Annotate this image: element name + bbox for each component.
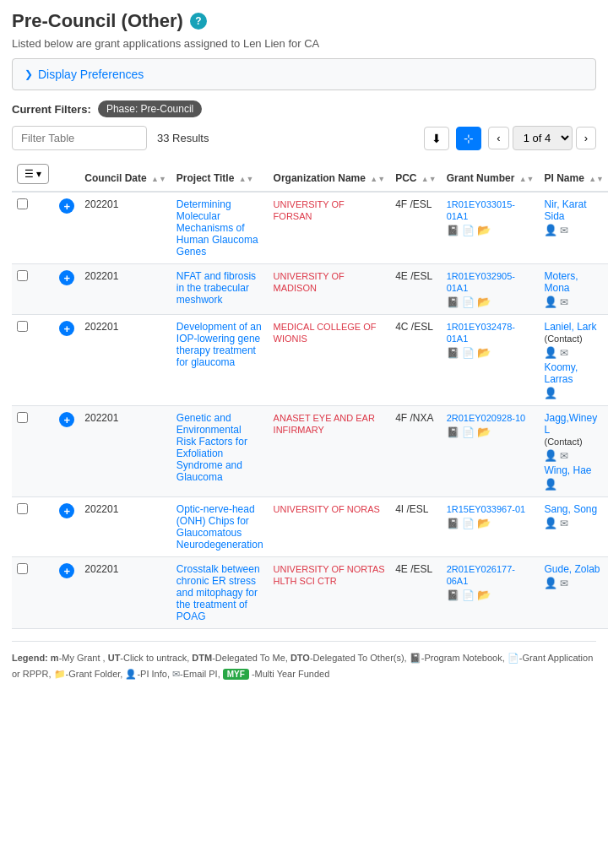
grant-number-link[interactable]: 2R01EY026177-06A1	[447, 564, 515, 586]
page-container: Pre-Council (Other) ? Listed below are g…	[0, 0, 608, 692]
email-icon[interactable]: ✉	[560, 296, 568, 308]
display-prefs-toggle[interactable]: ❯ Display Preferences	[12, 58, 596, 90]
person-icon[interactable]: 👤	[544, 449, 557, 462]
filter-input[interactable]	[12, 126, 147, 150]
prev-page-button[interactable]: ‹	[488, 127, 508, 149]
row-checkbox[interactable]	[17, 321, 28, 332]
grant-number-link[interactable]: 1R01EY032905-01A1	[447, 271, 515, 293]
org-name-text: UNIVERSITY OF MADISON	[274, 271, 345, 293]
row-pi-name: Sang, Song 👤 ✉	[539, 497, 608, 557]
grid-view-button[interactable]: ⊹	[456, 127, 481, 150]
row-grant-number: 1R01EY032478-01A1 📓 📄 📂	[442, 315, 540, 406]
pdf-icon[interactable]: 📄	[462, 589, 475, 601]
person-icon[interactable]: 👤	[544, 577, 557, 589]
legend-person-icon: 👤	[125, 669, 137, 679]
project-title-link[interactable]: Crosstalk between chronic ER stress and …	[176, 563, 260, 622]
col-header-check: ☰ ▾	[12, 157, 54, 192]
person2-icon[interactable]: 👤	[544, 387, 557, 399]
row-expand-button[interactable]: +	[59, 198, 74, 214]
row-expand-button[interactable]: +	[59, 270, 74, 285]
notebook-icon[interactable]: 📓	[447, 589, 459, 601]
row-pi-name: Jagg,Winey L(Contact) 👤 ✉ Wing, Hae 👤	[539, 406, 608, 497]
row-checkbox[interactable]	[17, 563, 28, 574]
legend-label: Legend:	[12, 653, 48, 663]
row-expand-button[interactable]: +	[59, 503, 74, 518]
row-expand-button[interactable]: +	[59, 321, 74, 336]
notebook-icon[interactable]: 📓	[447, 518, 459, 529]
filter-badge[interactable]: Phase: Pre-Council	[98, 100, 202, 117]
grant-number-link[interactable]: 1R01EY033015-01A1	[447, 199, 515, 221]
row-org-name: ANASET EYE AND EAR INFIRMARY	[269, 406, 391, 497]
notebook-icon[interactable]: 📓	[447, 296, 459, 308]
email-icon[interactable]: ✉	[560, 450, 568, 462]
person-icon[interactable]: 👤	[544, 296, 557, 308]
filters-label: Current Filters:	[12, 103, 91, 116]
pi-name-link[interactable]: Gude, Zolab	[544, 563, 600, 575]
table-controls: 33 Results ⬇ ⊹ ‹ 1 of 4 2 of 4 3 of 4 4 …	[12, 126, 596, 150]
org-name-text: UNIVERSITY OF NORTAS HLTH SCI CTR	[274, 564, 385, 586]
project-title-link[interactable]: Development of an IOP-lowering gene ther…	[176, 321, 262, 368]
pdf-icon[interactable]: 📄	[462, 426, 475, 438]
person-icon[interactable]: 👤	[544, 517, 557, 529]
row-checkbox[interactable]	[17, 503, 28, 514]
notebook-icon[interactable]: 📓	[447, 426, 459, 438]
row-org-name: UNIVERSITY OF NORAS	[269, 497, 391, 557]
folder-icon[interactable]: 📂	[477, 517, 491, 529]
results-count: 33 Results	[157, 132, 209, 144]
row-checkbox[interactable]	[17, 412, 28, 423]
page-select[interactable]: 1 of 4 2 of 4 3 of 4 4 of 4	[513, 126, 573, 150]
col-header-org: Organization Name ▲▼	[269, 157, 391, 192]
notebook-icon[interactable]: 📓	[447, 347, 459, 359]
pdf-icon[interactable]: 📄	[462, 225, 475, 236]
row-pcc: 4C /ESL	[390, 315, 442, 406]
pi-name-link[interactable]: Laniel, Lark	[544, 321, 596, 333]
grant-icons: 📓 📄 📂	[447, 296, 535, 308]
email-icon[interactable]: ✉	[560, 347, 568, 359]
row-checkbox[interactable]	[17, 270, 28, 281]
project-title-link[interactable]: NFAT and fibrosis in the trabecular mesh…	[176, 270, 256, 306]
legend: Legend: m-My Grant , UT-Click to untrack…	[12, 641, 596, 681]
row-org-name: UNIVERSITY OF MADISON	[269, 264, 391, 315]
legend-ut: UT	[108, 653, 121, 663]
project-title-link[interactable]: Genetic and Environmental Risk Factors f…	[176, 412, 247, 483]
email-icon[interactable]: ✉	[560, 578, 568, 589]
pi-name-link[interactable]: Sang, Song	[544, 503, 597, 515]
legend-folder-icon: 📁	[54, 669, 66, 679]
download-button[interactable]: ⬇	[424, 127, 449, 150]
row-expand-button[interactable]: +	[59, 412, 74, 427]
folder-icon[interactable]: 📂	[477, 346, 491, 359]
project-title-link[interactable]: Optic-nerve-head (ONH) Chips for Glaucom…	[176, 503, 263, 551]
person-icon[interactable]: 👤	[544, 346, 557, 359]
row-expand-button[interactable]: +	[59, 563, 74, 578]
row-checkbox[interactable]	[17, 198, 28, 209]
pi-name-link[interactable]: Nir, Karat Sida	[544, 198, 586, 222]
person2-icon[interactable]: 👤	[544, 478, 557, 491]
pdf-icon[interactable]: 📄	[462, 347, 475, 359]
grant-number-link[interactable]: 1R15EY033967-01	[447, 504, 526, 514]
next-page-button[interactable]: ›	[576, 127, 596, 149]
folder-icon[interactable]: 📂	[477, 224, 491, 236]
pi-name-link[interactable]: Moters, Mona	[544, 270, 578, 294]
email-icon[interactable]: ✉	[560, 225, 568, 236]
grant-number-link[interactable]: 1R01EY032478-01A1	[447, 322, 515, 344]
pdf-icon[interactable]: 📄	[462, 518, 475, 529]
pi-name-link[interactable]: Jagg,Winey L	[544, 412, 597, 436]
project-title-link[interactable]: Determining Molecular Mechanisms of Huma…	[176, 198, 258, 258]
pi-name2-link[interactable]: Koomy, Larras	[544, 361, 578, 385]
grant-number-link[interactable]: 2R01EY020928-10	[447, 413, 526, 423]
row-checkbox-cell	[12, 406, 54, 497]
folder-icon[interactable]: 📂	[477, 589, 491, 601]
row-council-date: 202201	[79, 264, 171, 315]
person-icon[interactable]: 👤	[544, 224, 557, 236]
pi-name2-link[interactable]: Wing, Hae	[544, 464, 591, 476]
row-expand-cell: +	[54, 315, 79, 406]
folder-icon[interactable]: 📂	[477, 426, 491, 438]
col-header-project: Project Title ▲▼	[171, 157, 269, 192]
pi-icons: 👤 ✉	[544, 449, 604, 462]
bulk-action-button[interactable]: ☰ ▾	[17, 164, 49, 184]
email-icon[interactable]: ✉	[560, 518, 568, 529]
notebook-icon[interactable]: 📓	[447, 225, 459, 236]
pdf-icon[interactable]: 📄	[462, 296, 475, 308]
folder-icon[interactable]: 📂	[477, 296, 491, 308]
help-icon[interactable]: ?	[190, 13, 207, 30]
